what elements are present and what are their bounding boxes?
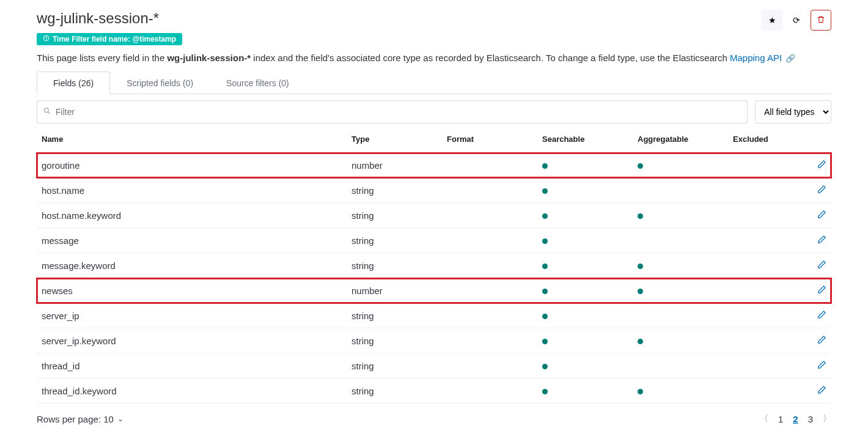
field-aggregatable [633,153,728,178]
field-aggregatable [633,228,728,253]
field-name: host.name.keyword [37,203,347,228]
field-type: string [347,353,442,378]
pencil-icon[interactable] [817,361,826,371]
field-type: string [347,303,442,328]
badge-text: Time Filter field name: @timestamp [53,35,176,43]
chevron-down-icon: ⌄ [117,415,123,423]
filter-input[interactable] [37,100,748,124]
field-aggregatable [633,378,728,404]
page-description: This page lists every field in the wg-ju… [37,53,831,63]
column-aggregatable[interactable]: Aggregatable [633,128,728,153]
table-row: message.keywordstring [37,253,831,278]
field-name: server_ip.keyword [37,328,347,353]
dot-icon [542,264,548,269]
field-aggregatable [633,253,728,278]
pencil-icon[interactable] [817,235,826,246]
field-format [442,328,537,353]
field-excluded [728,328,800,353]
field-type: string [347,178,442,203]
table-row: host.namestring [37,178,831,203]
field-searchable [537,303,633,328]
tab-1[interactable]: Scripted fields (0) [110,72,210,94]
field-excluded [728,253,800,278]
field-format [442,153,537,178]
pager-page-1[interactable]: 1 [778,414,783,424]
star-button[interactable]: ★ [762,10,782,31]
pencil-icon[interactable] [817,286,826,296]
column-type[interactable]: Type [347,128,442,153]
dot-icon [542,389,548,394]
field-format [442,178,537,203]
pager-page-2[interactable]: 2 [793,414,798,424]
field-aggregatable [633,353,728,378]
refresh-button[interactable]: ⟳ [786,10,807,31]
field-excluded [728,153,800,178]
field-type: string [347,253,442,278]
field-type: string [347,328,442,353]
external-link-icon: 🔗 [785,54,795,63]
dot-icon [542,163,548,169]
field-excluded [728,303,800,328]
mapping-api-link[interactable]: Mapping API [730,53,782,63]
column-format[interactable]: Format [442,128,537,153]
pencil-icon[interactable] [817,260,826,271]
field-type: string [347,228,442,253]
field-name: newses [37,278,347,303]
tab-2[interactable]: Source filters (0) [210,72,306,94]
clock-icon [43,35,50,43]
pager-prev[interactable]: 〈 [760,413,768,424]
column-searchable[interactable]: Searchable [537,128,633,153]
field-name: message.keyword [37,253,347,278]
dot-icon [542,238,548,244]
field-searchable [537,178,633,203]
dot-icon [542,213,548,219]
pager-next[interactable]: 〉 [823,413,831,424]
pencil-icon[interactable] [817,311,826,321]
field-name: thread_id.keyword [37,378,347,404]
table-row: server_ipstring [37,303,831,328]
field-type: number [347,153,442,178]
field-excluded [728,203,800,228]
table-row: messagestring [37,228,831,253]
dot-icon [542,339,548,344]
pencil-icon[interactable] [817,210,826,221]
field-searchable [537,203,633,228]
field-format [442,278,537,303]
pencil-icon[interactable] [817,386,826,396]
field-excluded [728,228,800,253]
field-type: string [347,203,442,228]
dot-icon [542,188,548,194]
column-excluded[interactable]: Excluded [728,128,800,153]
field-aggregatable [633,328,728,353]
field-type: number [347,278,442,303]
dot-icon [638,289,643,294]
tab-0[interactable]: Fields (26) [37,72,110,94]
pencil-icon[interactable] [817,160,826,171]
field-name: goroutine [37,153,347,178]
pencil-icon[interactable] [817,336,826,346]
field-type-select[interactable]: All field types [755,100,831,124]
table-row: host.name.keywordstring [37,203,831,228]
table-row: goroutinenumber [37,153,831,178]
pager-page-3[interactable]: 3 [808,414,813,424]
rows-per-page[interactable]: Rows per page: 10 ⌄ [37,414,123,424]
field-format [442,228,537,253]
table-row: newsesnumber [37,278,831,303]
field-searchable [537,353,633,378]
field-aggregatable [633,278,728,303]
field-name: message [37,228,347,253]
field-excluded [728,178,800,203]
field-name: host.name [37,178,347,203]
field-searchable [537,153,633,178]
field-aggregatable [633,203,728,228]
table-row: thread_idstring [37,353,831,378]
dot-icon [638,389,643,394]
field-type: string [347,378,442,404]
field-format [442,353,537,378]
field-searchable [537,228,633,253]
column-name[interactable]: Name [37,128,347,153]
delete-button[interactable] [811,10,831,31]
pencil-icon[interactable] [817,185,826,196]
time-filter-badge: Time Filter field name: @timestamp [37,33,182,45]
field-name: thread_id [37,353,347,378]
